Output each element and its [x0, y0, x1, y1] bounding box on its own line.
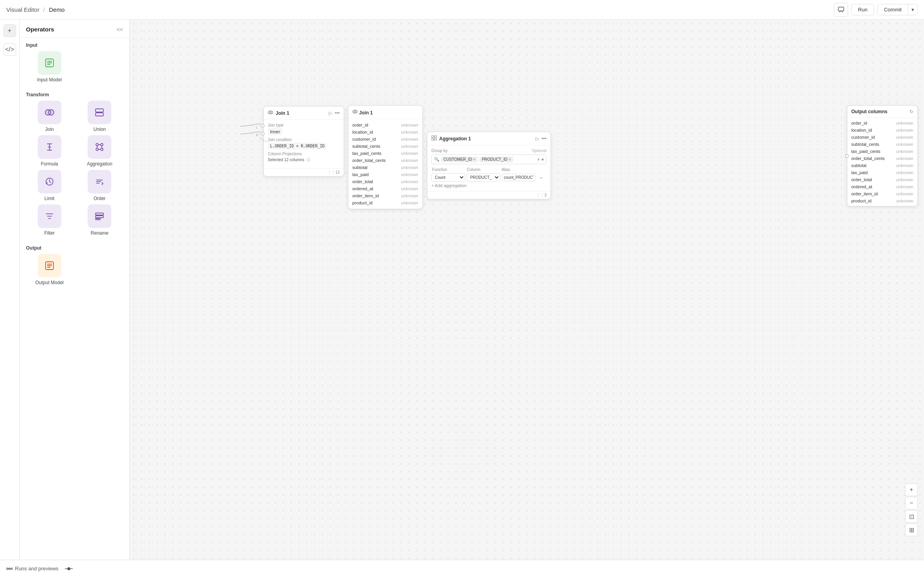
app-title: Visual Editor / Demo [6, 6, 64, 13]
limit-operator[interactable]: Limit [26, 170, 73, 201]
add-aggregation-button[interactable]: + Add aggregation [431, 183, 547, 188]
output-panel-refresh-button[interactable]: ↻ [909, 109, 913, 114]
header: Visual Editor / Demo Run Commit ▾ [0, 0, 924, 20]
col-projections-value: Selected 12 columns ⓘ [268, 158, 340, 163]
join-col-ordered_at: ordered_at unknown [352, 185, 418, 192]
join-type-value: Inner [268, 128, 282, 135]
remove-product-id-button[interactable]: × [508, 157, 511, 162]
transform-operator-grid: Join Union [20, 101, 129, 241]
column-select-container: PRODUCT_ID [467, 173, 501, 182]
svg-point-26 [270, 111, 273, 114]
join-menu-button[interactable]: ••• [335, 110, 340, 116]
commit-dropdown-button[interactable]: ▾ [908, 4, 917, 15]
join-col-product_id: product_id unknown [352, 199, 418, 206]
group-by-search-icon: 🔍 [434, 157, 440, 162]
commit-group: Commit ▾ [877, 4, 918, 15]
union-operator[interactable]: Union [76, 101, 123, 132]
timeline-icon [65, 566, 73, 571]
join-node-footer: ⋮⋮ 12 [264, 168, 344, 176]
zoom-in-button[interactable]: + [905, 483, 918, 496]
header-left: Visual Editor / Demo [6, 6, 64, 13]
runs-and-previews-item[interactable]: Runs and previews [6, 566, 59, 571]
order-operator[interactable]: Order [76, 170, 123, 201]
limit-icon [38, 170, 61, 193]
output-col-ordered_at: ordered_at unknown [851, 183, 913, 190]
output-col-order_total: order_total unknown [851, 176, 913, 183]
formula-operator[interactable]: Formula [26, 135, 73, 167]
output-panel-body: order_id unknown location_id unknown cus… [847, 118, 917, 206]
join-col-order_id: order_id unknown [352, 121, 418, 129]
function-select[interactable]: Count Sum Avg [431, 173, 465, 182]
agg-run-button[interactable]: ▷ [536, 136, 539, 141]
fit-view-button[interactable]: ⊡ [905, 510, 918, 523]
aggregation-icon [88, 135, 111, 159]
timeline-item[interactable] [65, 566, 73, 571]
agg-node-icon [431, 135, 437, 142]
connections-svg [130, 20, 924, 560]
agg-group-by-container: 🔍 CUSTOMER_ID × PRODUCT_ID × × ▾ [431, 154, 547, 164]
col-projections-label: Column Projections [268, 152, 340, 156]
join-type-row: Join type Inner [268, 123, 340, 135]
output-model-label: Output Model [35, 280, 64, 285]
limit-label: Limit [44, 196, 54, 201]
rename-operator[interactable]: Rename [76, 204, 123, 236]
add-operator-button[interactable]: + [4, 24, 16, 37]
clear-group-by-button[interactable]: × [537, 157, 540, 162]
svg-point-28 [354, 110, 357, 113]
join-condition-label: Join condition [268, 138, 340, 142]
agg-node-actions: ▷ ••• [536, 136, 547, 141]
filter-operator[interactable]: Filter [26, 204, 73, 236]
output-section-label: Output [20, 241, 129, 254]
expand-group-by-button[interactable]: ▾ [541, 157, 544, 162]
group-by-tag-customer-id: CUSTOMER_ID × [441, 156, 478, 162]
join-type-label: Join type [268, 123, 340, 127]
join-col-tax_paid_cents: tax_paid_cents unknown [352, 150, 418, 157]
zoom-controls: + − ⊡ ⊞ [905, 483, 918, 536]
commit-button[interactable]: Commit [878, 4, 908, 15]
operators-header: Operators << [20, 20, 129, 38]
agg-group-by-label-row: Group by Optional [431, 149, 547, 153]
svg-point-39 [68, 568, 70, 570]
column-select[interactable]: PRODUCT_ID [467, 173, 501, 182]
join-col-location_id: location_id unknown [352, 129, 418, 136]
alias-input[interactable] [502, 174, 536, 181]
remove-aggregation-button[interactable]: − [537, 174, 545, 182]
formula-label: Formula [41, 161, 58, 167]
aggregation-operator[interactable]: Aggregation [76, 135, 123, 167]
rename-icon [88, 204, 111, 228]
input-model-label: Input Model [37, 77, 62, 83]
svg-point-35 [11, 568, 13, 570]
group-by-tag-product-id: PRODUCT_ID × [479, 156, 513, 162]
canvas[interactable]: L R Join 1 [130, 20, 924, 560]
run-button[interactable]: Run [851, 4, 874, 15]
output-panel-header: Output columns ↻ [847, 106, 917, 118]
join-icon [38, 101, 61, 124]
join-node-actions: ▷ ••• [329, 110, 340, 116]
input-model-operator[interactable]: Input Model [26, 51, 73, 83]
feedback-button[interactable] [834, 3, 848, 17]
output-col-tax_paid: tax_paid unknown [851, 169, 913, 176]
svg-rect-30 [434, 136, 436, 138]
join-expanded-header: Join 1 [348, 106, 422, 119]
sidebar-icons: + </> [0, 20, 20, 560]
output-columns-panel: Output columns ↻ order_id unknown locati… [847, 105, 918, 206]
join-condition-row: Join condition L.ORDER_ID = R.ORDER_ID [268, 138, 340, 149]
collapse-panel-button[interactable]: << [117, 26, 123, 33]
remove-customer-id-button[interactable]: × [473, 157, 476, 162]
join-run-button[interactable]: ▷ [329, 110, 332, 116]
join-col-subtotal: subtotal unknown [352, 164, 418, 171]
output-model-operator[interactable]: Output Model [26, 254, 73, 285]
join-col-customer_id: customer_id unknown [352, 136, 418, 143]
svg-point-3 [48, 110, 54, 115]
join-operator[interactable]: Join [26, 101, 73, 132]
output-operator-grid: Output Model [20, 254, 129, 290]
join-col-order_total: order_total unknown [352, 178, 418, 185]
zoom-out-button[interactable]: − [905, 497, 918, 509]
svg-point-33 [6, 568, 8, 570]
join-condition-value: L.ORDER_ID = R.ORDER_ID [268, 143, 327, 149]
union-label: Union [94, 127, 106, 132]
order-label: Order [94, 196, 106, 201]
code-view-button[interactable]: </> [4, 43, 16, 56]
agg-menu-button[interactable]: ••• [541, 136, 547, 141]
grid-toggle-button[interactable]: ⊞ [905, 524, 918, 536]
